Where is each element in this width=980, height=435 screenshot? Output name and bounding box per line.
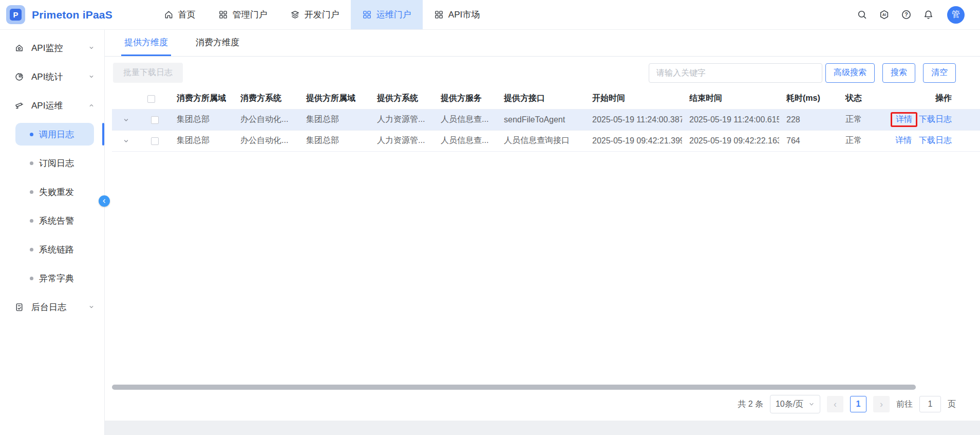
sidebar-collapse-button[interactable] (99, 195, 110, 207)
detail-link[interactable]: 详情 (896, 115, 912, 123)
ai-assistant-icon[interactable]: AI (878, 9, 890, 21)
monitor-icon (14, 43, 24, 53)
cell-provider-domain: 集团总部 (299, 109, 370, 130)
cell-consumer-system: 办公自动化... (233, 130, 299, 151)
sidebar-item-subscription-logs[interactable]: 订阅日志 (0, 149, 104, 177)
cell-end-time: 2025-05-19 09:42:22.163 (682, 130, 779, 151)
chevron-up-icon (88, 102, 95, 109)
help-icon[interactable]: ? (900, 9, 912, 21)
cell-consumer-domain: 集团总部 (169, 130, 233, 151)
user-avatar[interactable]: 管 (947, 6, 965, 24)
nav-item-home[interactable]: 首页 (153, 0, 207, 29)
sidebar-item-api-ops[interactable]: API运维 (0, 91, 104, 120)
cell-consumer-system: 办公自动化... (233, 109, 299, 130)
row-expand-icon[interactable] (122, 116, 130, 124)
select-all-header (140, 88, 169, 109)
sidebar-subitem-label: 订阅日志 (39, 157, 74, 169)
column-header: 开始时间 (585, 88, 682, 109)
bullet-dot (30, 190, 33, 194)
next-page-button[interactable]: › (873, 396, 890, 412)
svg-text:?: ? (904, 11, 908, 17)
bullet-dot (30, 161, 33, 165)
chevron-down-icon (88, 44, 95, 51)
sidebar-item-api-stats[interactable]: API统计 (0, 62, 104, 91)
chevron-right-icon: › (880, 399, 883, 410)
cell-provider-domain: 集团总部 (299, 130, 370, 151)
select-all-checkbox[interactable] (147, 95, 155, 103)
cell-provider-interface: 人员信息查询接口 (497, 130, 585, 151)
column-header: 耗时(ms) (779, 88, 838, 109)
download-log-link[interactable]: 下载日志 (919, 115, 952, 123)
column-header: 结束时间 (682, 88, 779, 109)
sidebar-item-label: API统计 (31, 71, 63, 83)
annotation-red-box: 详情 (891, 112, 917, 127)
sidebar-subitem-label: 调用日志 (39, 129, 74, 140)
sidebar-item-backend-logs[interactable]: 后台日志 (0, 293, 104, 321)
tab-consumer-dimension[interactable]: 消费方维度 (193, 30, 242, 56)
goto-page-input[interactable] (919, 396, 941, 412)
cell-provider-service: 人员信息查... (434, 109, 497, 130)
sidebar-subitem-label: 失败重发 (39, 186, 74, 198)
row-checkbox[interactable] (151, 116, 159, 124)
nav-item-admin-portal[interactable]: 管理门户 (207, 0, 279, 29)
total-count-label: 共 2 条 (738, 399, 763, 410)
row-checkbox[interactable] (151, 137, 159, 145)
nav-item-dev-portal[interactable]: 开发门户 (279, 0, 351, 29)
sidebar-item-system-alerts[interactable]: 系统告警 (0, 206, 104, 235)
pagination: 共 2 条 10条/页 ‹ 1 › 前往 页 (105, 395, 980, 421)
log-doc-icon (14, 302, 24, 312)
prev-page-button[interactable]: ‹ (827, 396, 843, 412)
advanced-search-button[interactable]: 高级搜索 (825, 63, 875, 83)
bullet-dot (30, 219, 33, 223)
status-badge: 正常 (838, 109, 882, 130)
sidebar-item-api-monitor[interactable]: API监控 (0, 33, 104, 62)
toolbar: 批量下载日志 高级搜索 搜索 清空 (105, 57, 980, 88)
notifications-icon[interactable] (922, 9, 934, 21)
search-button[interactable]: 搜索 (882, 63, 915, 83)
nav-item-label: 首页 (178, 9, 196, 21)
tab-provider-dimension[interactable]: 提供方维度 (121, 30, 171, 56)
cell-duration: 228 (779, 109, 838, 130)
sidebar-item-label: API运维 (31, 100, 63, 112)
row-expand-icon[interactable] (122, 137, 130, 145)
nav-item-api-market[interactable]: API市场 (423, 0, 491, 29)
apps-icon (434, 10, 444, 20)
column-header: 消费方所属域 (169, 88, 233, 109)
detail-link[interactable]: 详情 (895, 136, 912, 144)
page-unit-label: 页 (948, 399, 956, 410)
bullet-dot (30, 277, 33, 280)
column-header: 消费方系统 (233, 88, 299, 109)
layers-icon (290, 10, 300, 20)
table-row[interactable]: 集团总部 办公自动化... 集团总部 人力资源管... 人员信息查... sen… (112, 109, 980, 130)
sidebar-item-call-logs[interactable]: 调用日志 (0, 120, 104, 149)
download-log-link[interactable]: 下载日志 (919, 136, 952, 144)
sidebar-item-exception-dict[interactable]: 异常字典 (0, 264, 104, 293)
sidebar-item-system-links[interactable]: 系统链路 (0, 235, 104, 264)
nav-item-label: 开发门户 (305, 9, 340, 21)
horizontal-scrollbar[interactable] (112, 385, 916, 390)
topbar-actions: AI ? 管 (856, 6, 965, 24)
cell-consumer-domain: 集团总部 (169, 109, 233, 130)
nav-item-ops-portal[interactable]: 运维门户 (351, 0, 423, 29)
page-size-value: 10条/页 (776, 399, 803, 410)
search-icon[interactable] (856, 9, 868, 21)
sidebar: API监控 API统计 API运维 调用日志 订阅日志 (0, 30, 105, 435)
nav-item-label: 运维门户 (376, 9, 411, 21)
logo-icon: P (6, 5, 25, 24)
sidebar-subitem-label: 系统链路 (39, 244, 74, 256)
column-header: 状态 (838, 88, 882, 109)
table-header-row: 消费方所属域 消费方系统 提供方所属域 提供方系统 提供方服务 提供方接口 开始… (112, 88, 980, 109)
keyword-search-input[interactable] (649, 63, 822, 83)
column-header-operation: 操作 (882, 88, 980, 109)
page-number-1[interactable]: 1 (850, 396, 866, 412)
table-row[interactable]: 集团总部 办公自动化... 集团总部 人力资源管... 人员信息查... 人员信… (112, 130, 980, 151)
cell-start-time: 2025-05-19 09:42:21.399 (585, 130, 682, 151)
bullet-dot (30, 133, 33, 136)
clear-button[interactable]: 清空 (923, 63, 956, 83)
batch-download-button[interactable]: 批量下载日志 (113, 63, 183, 83)
sidebar-item-failed-resend[interactable]: 失败重发 (0, 177, 104, 206)
page-size-select[interactable]: 10条/页 (770, 395, 820, 413)
apps-icon (218, 10, 228, 20)
column-header: 提供方系统 (370, 88, 434, 109)
apps-icon (362, 10, 372, 20)
